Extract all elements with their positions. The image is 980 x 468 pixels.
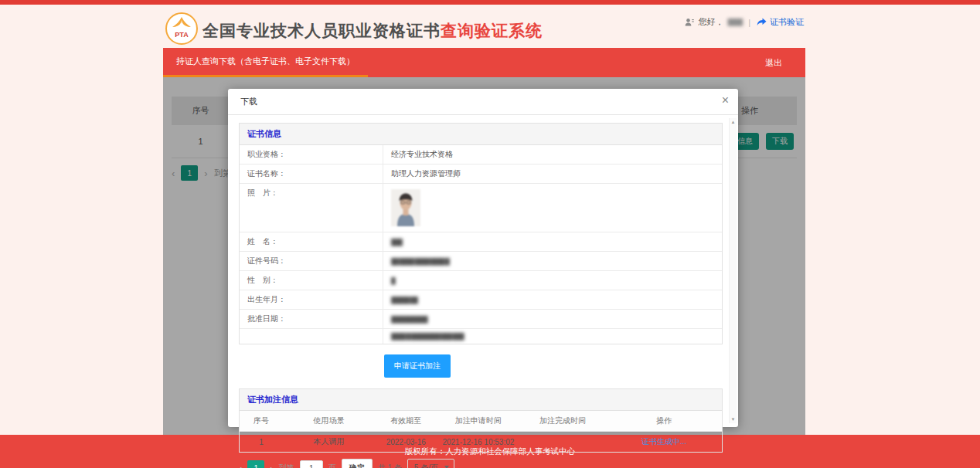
field-name: 姓 名： ███ (240, 232, 722, 252)
logout-button[interactable]: 退出 (742, 48, 805, 77)
anno-scene: 本人调用 (283, 432, 375, 453)
certificate-verify-label: 证书验证 (770, 16, 804, 28)
confirm-page-button[interactable]: 确定 (342, 459, 373, 468)
download-modal: 下载 × ▲ ▼ 证书信息 职业资格： 经济专业技术资格 证书名称： 助理人力资… (228, 89, 738, 427)
page-title-main: 全国专业技术人员职业资格证书 (202, 22, 441, 39)
tab-holder-query-download[interactable]: 持证人查询下载（含电子证书、电子文件下载） (163, 48, 368, 77)
annotation-table-header: 序号 使用场景 有效期至 加注申请时间 加注完成时间 操作 (240, 411, 722, 432)
field-label: 出生年月： (240, 290, 383, 309)
page-unit-label: 页 (328, 463, 336, 468)
pta-logo-emblem: PTA (167, 14, 196, 43)
page-title-accent: 查询验证系统 (441, 22, 543, 39)
certificate-info-box: 证书信息 职业资格： 经济专业技术资格 证书名称： 助理人力资源管理师 照 片： (239, 123, 723, 344)
goto-page-input[interactable] (300, 460, 323, 468)
cert-generating-link[interactable]: 证书生成中... (641, 437, 686, 446)
scroll-down-icon[interactable]: ▼ (731, 417, 736, 422)
field-id-number: 证件号码： ██ ████ ████ ████ █ (240, 252, 722, 271)
modal-page-next[interactable]: › (270, 463, 273, 468)
greeting-text: 您好， (698, 16, 723, 28)
field-value-redacted: ██ ████ ████ ████ █ (383, 252, 722, 270)
user-bar-separator: | (748, 18, 750, 27)
annotation-info-title: 证书加注信息 (247, 395, 298, 404)
id-photo (391, 189, 420, 226)
field-value: 助理人力资源管理师 (383, 164, 722, 183)
share-arrow-icon (757, 18, 767, 27)
page-size-value: 5 条/页 (414, 463, 438, 468)
annotation-table: 序号 使用场景 有效期至 加注申请时间 加注完成时间 操作 1 本人调用 202… (240, 411, 722, 452)
field-label: 职业资格： (240, 145, 383, 164)
field-label: 姓 名： (240, 232, 383, 251)
modal-body: 证书信息 职业资格： 经济专业技术资格 证书名称： 助理人力资源管理师 照 片： (228, 115, 738, 468)
page-size-select[interactable]: 5 条/页 (407, 459, 454, 468)
field-value-redacted: ██████████ (383, 310, 722, 328)
field-value-redacted: █████ ██ (383, 290, 722, 309)
certificate-verify-link[interactable]: 证书验证 (757, 16, 804, 28)
field-value-redacted: █ (383, 271, 722, 290)
field-label: 照 片： (240, 184, 383, 232)
svg-text:PTA: PTA (175, 31, 189, 39)
user-icon (685, 18, 694, 27)
modal-scrollbar[interactable]: ▲ ▼ (729, 118, 737, 423)
field-qualification: 职业资格： 经济专业技术资格 (240, 145, 722, 164)
field-approval-date: 批准日期： ██████████ (240, 310, 722, 329)
field-gender: 性 别： █ (240, 271, 722, 290)
certificate-info-title: 证书信息 (247, 129, 281, 138)
annotation-info-box: 证书加注信息 序号 使用场景 有效期至 加注申请时间 加注完成时间 操作 (239, 388, 723, 453)
field-photo: 照 片： (240, 184, 722, 232)
field-value-redacted: ████ █ ████████ ███ ███ (383, 329, 722, 344)
anno-col-scene: 使用场景 (283, 411, 375, 432)
page-title: 全国专业技术人员职业资格证书查询验证系统 (202, 20, 543, 42)
certificate-info-section-bar: 证书信息 (240, 124, 722, 145)
field-label: 证件号码： (240, 252, 383, 270)
modal-pagination: ‹ 1 › 到第 页 确定 共 1 条 5 条/页 (239, 459, 723, 468)
field-label: 性 别： (240, 271, 383, 290)
field-value: 经济专业技术资格 (383, 145, 722, 164)
apply-annotation-button[interactable]: 申请证书加注 (384, 354, 451, 378)
field-cert-name: 证书名称： 助理人力资源管理师 (240, 164, 722, 184)
annotation-table-row: 1 本人调用 2022-03-16 2021-12-16 10:53:02 证书… (240, 432, 722, 453)
field-value-redacted: ███ (383, 232, 722, 251)
user-bar: 您好， ████ | 证书验证 (685, 16, 804, 28)
modal-page-prev[interactable]: ‹ (239, 463, 242, 468)
anno-col-seq: 序号 (240, 411, 283, 432)
site-header: PTA 全国专业技术人员职业资格证书查询验证系统 您好， ████ | 证书验证 (0, 5, 980, 48)
anno-seq: 1 (240, 432, 283, 453)
total-count-label: 共 1 条 (378, 463, 402, 468)
field-extra: ████ █ ████████ ███ ███ (240, 329, 722, 344)
anno-col-apply-time: 加注申请时间 (437, 411, 519, 432)
annotation-section-bar: 证书加注信息 (240, 389, 722, 411)
anno-valid-until: 2022-03-16 (375, 432, 437, 453)
field-label: 批准日期： (240, 310, 383, 328)
modal-page-current[interactable]: 1 (247, 460, 264, 468)
main-nav: 持证人查询下载（含电子证书、电子文件下载） 退出 (163, 48, 805, 77)
user-name-redacted: ████ (727, 19, 742, 25)
field-birth-date: 出生年月： █████ ██ (240, 290, 722, 310)
anno-apply-time: 2021-12-16 10:53:02 (437, 432, 519, 453)
anno-col-action: 操作 (606, 411, 722, 432)
scroll-up-icon[interactable]: ▲ (731, 120, 736, 124)
anno-col-complete-time: 加注完成时间 (519, 411, 606, 432)
anno-col-valid-until: 有效期至 (375, 411, 437, 432)
goto-label: 到第 (279, 463, 294, 468)
field-label (240, 329, 383, 344)
field-label: 证书名称： (240, 164, 383, 183)
pta-logo: PTA (165, 12, 198, 45)
field-value (383, 184, 722, 232)
modal-header: 下载 × (228, 89, 738, 115)
anno-complete-time (519, 432, 606, 453)
modal-title: 下载 (240, 96, 257, 107)
modal-close-button[interactable]: × (722, 94, 729, 107)
